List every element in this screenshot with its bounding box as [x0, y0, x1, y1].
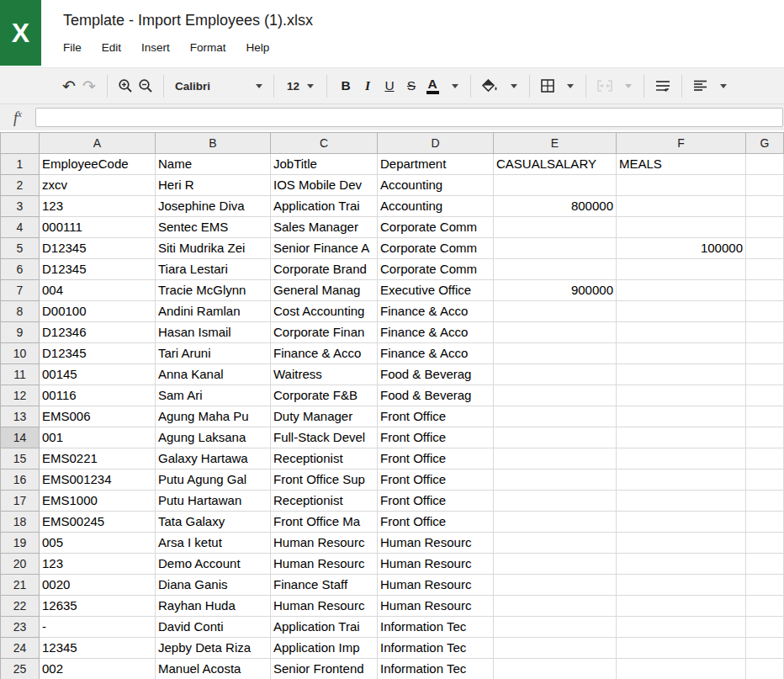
cell-C25[interactable]: Senior Frontend [271, 659, 378, 679]
cell-G6[interactable] [746, 259, 784, 280]
cell-D10[interactable]: Finance & Acco [378, 343, 494, 364]
cell-G24[interactable] [746, 638, 784, 659]
cell-G7[interactable] [746, 280, 784, 301]
cell-A18[interactable]: EMS00245 [40, 512, 156, 533]
row-header-16[interactable]: 16 [0, 469, 40, 491]
cell-A6[interactable]: D12345 [40, 259, 156, 280]
row-header-13[interactable]: 13 [0, 406, 40, 427]
cell-B18[interactable]: Tata Galaxy [156, 512, 271, 533]
row-header-19[interactable]: 19 [0, 533, 40, 554]
cell-E25[interactable] [494, 659, 617, 679]
cell-G17[interactable] [746, 491, 784, 512]
cell-A1[interactable]: EmployeeCode [40, 154, 156, 175]
cell-B9[interactable]: Hasan Ismail [156, 322, 271, 343]
borders-dropdown[interactable] [558, 74, 578, 98]
cell-E9[interactable] [494, 322, 617, 343]
row-header-5[interactable]: 5 [0, 238, 40, 259]
cell-F11[interactable] [617, 364, 746, 385]
menu-insert[interactable]: Insert [141, 41, 170, 54]
fill-color-button[interactable] [479, 74, 501, 98]
cell-B15[interactable]: Galaxy Hartawa [156, 448, 271, 469]
cell-C24[interactable]: Application Imp [271, 638, 378, 659]
cell-F7[interactable] [617, 280, 746, 301]
row-header-14[interactable]: 14 [0, 427, 40, 448]
cell-B13[interactable]: Agung Maha Pu [156, 406, 271, 427]
cell-E7[interactable]: 900000 [494, 280, 617, 301]
cell-D22[interactable]: Human Resourc [378, 596, 494, 617]
underline-button[interactable]: U [379, 74, 400, 98]
cell-B21[interactable]: Diana Ganis [156, 575, 271, 596]
row-header-21[interactable]: 21 [0, 575, 40, 596]
cell-D2[interactable]: Accounting [378, 175, 494, 196]
menu-file[interactable]: File [63, 41, 82, 54]
cell-E4[interactable] [494, 217, 617, 238]
cell-B7[interactable]: Tracie McGlynn [156, 280, 271, 301]
cell-E17[interactable] [494, 491, 617, 512]
cell-D7[interactable]: Executive Office [378, 280, 494, 301]
cell-C2[interactable]: IOS Mobile Dev [271, 175, 378, 196]
cell-F22[interactable] [617, 596, 746, 617]
italic-button[interactable]: I [357, 74, 379, 98]
row-header-4[interactable]: 4 [0, 217, 40, 238]
cell-G2[interactable] [746, 175, 784, 196]
cell-A16[interactable]: EMS001234 [40, 469, 156, 491]
cell-F6[interactable] [617, 259, 746, 280]
zoom-out-button[interactable] [135, 74, 156, 98]
cell-A3[interactable]: 123 [40, 196, 156, 217]
cell-C13[interactable]: Duty Manager [271, 406, 378, 427]
redo-button[interactable]: ↷ [79, 74, 99, 98]
cell-E15[interactable] [494, 448, 617, 469]
row-header-6[interactable]: 6 [0, 259, 40, 280]
cell-D9[interactable]: Finance & Acco [378, 322, 494, 343]
cell-F25[interactable] [617, 659, 746, 679]
cell-B6[interactable]: Tiara Lestari [156, 259, 271, 280]
cell-E20[interactable] [494, 554, 617, 575]
column-header-B[interactable]: B [156, 133, 271, 154]
cell-G18[interactable] [746, 512, 784, 533]
cell-G13[interactable] [746, 406, 784, 427]
row-header-17[interactable]: 17 [0, 491, 40, 512]
cell-E21[interactable] [494, 575, 617, 596]
cell-C3[interactable]: Application Trai [271, 196, 378, 217]
cell-G20[interactable] [746, 554, 784, 575]
cell-A20[interactable]: 123 [40, 554, 156, 575]
cell-F19[interactable] [617, 533, 746, 554]
column-header-A[interactable]: A [40, 133, 156, 154]
cell-B20[interactable]: Demo Account [156, 554, 271, 575]
cell-C15[interactable]: Receptionist [271, 448, 378, 469]
cell-E1[interactable]: CASUALSALARY [494, 154, 617, 175]
cell-G11[interactable] [746, 364, 784, 385]
cell-E12[interactable] [494, 385, 617, 406]
row-header-24[interactable]: 24 [0, 638, 40, 659]
cell-F13[interactable] [617, 406, 746, 427]
cell-G8[interactable] [746, 301, 784, 322]
cell-E5[interactable] [494, 238, 617, 259]
cell-C18[interactable]: Front Office Ma [271, 512, 378, 533]
cell-F2[interactable] [617, 175, 746, 196]
row-header-3[interactable]: 3 [0, 196, 40, 217]
cell-F9[interactable] [617, 322, 746, 343]
cell-G21[interactable] [746, 575, 784, 596]
row-header-11[interactable]: 11 [0, 364, 40, 385]
cell-C14[interactable]: Full-Stack Devel [271, 427, 378, 448]
cell-F23[interactable] [617, 617, 746, 638]
cell-D14[interactable]: Front Office [378, 427, 494, 448]
cell-A21[interactable]: 0020 [40, 575, 156, 596]
cell-B25[interactable]: Manuel Acosta [156, 659, 271, 679]
cell-B19[interactable]: Arsa I ketut [156, 533, 271, 554]
cell-F21[interactable] [617, 575, 746, 596]
cell-A23[interactable]: - [40, 617, 156, 638]
cell-D8[interactable]: Finance & Acco [378, 301, 494, 322]
cell-B12[interactable]: Sam Ari [156, 385, 271, 406]
cell-E11[interactable] [494, 364, 617, 385]
cell-C23[interactable]: Application Trai [271, 617, 378, 638]
cell-A9[interactable]: D12346 [40, 322, 156, 343]
cell-F14[interactable] [617, 427, 746, 448]
cell-G12[interactable] [746, 385, 784, 406]
row-header-15[interactable]: 15 [0, 448, 40, 469]
strikethrough-button[interactable]: S [400, 74, 422, 98]
cell-A13[interactable]: EMS006 [40, 406, 156, 427]
cell-C5[interactable]: Senior Finance A [271, 238, 378, 259]
column-header-E[interactable]: E [494, 133, 617, 154]
cell-G23[interactable] [746, 617, 784, 638]
